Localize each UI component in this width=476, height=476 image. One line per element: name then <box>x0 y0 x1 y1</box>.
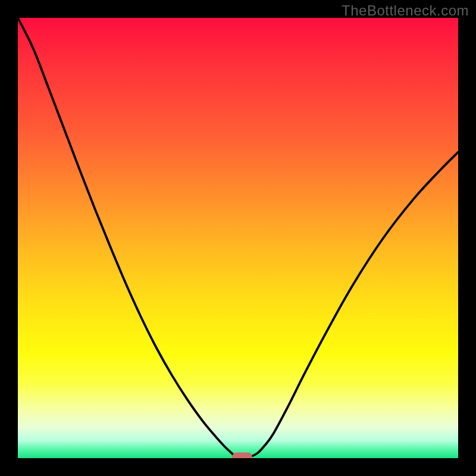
bottleneck-curve <box>18 18 458 458</box>
curve-layer <box>18 18 458 458</box>
watermark-text: TheBottleneck.com <box>342 2 469 19</box>
plot-area <box>18 18 458 458</box>
chart-frame: TheBottleneck.com <box>0 0 476 476</box>
optimal-point-marker <box>232 452 252 458</box>
